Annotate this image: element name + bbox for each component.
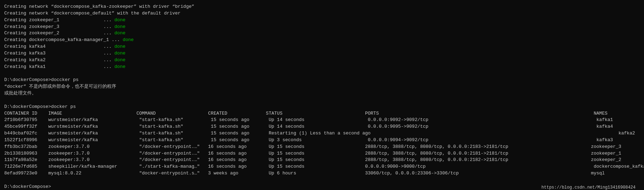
- table-row-km: 71226e7fd685 sheepkiller/kafka-manager "…: [4, 163, 640, 170]
- cmd3-line: D:\dockerCompose>docker ps: [4, 104, 640, 110]
- network-line2: Creating network “dockercompose_default”…: [4, 10, 640, 17]
- kafka1-line: Creating kafka1 ... done: [4, 64, 640, 70]
- zookeeper2-line: Creating zookeeper_2 ... done: [4, 30, 640, 37]
- table-row-kafka1: 2f10b6f30795 wurstmeister/kafka "start-k…: [4, 117, 640, 123]
- error-line1: “docker” 不是内部或外部命令，也不是可运行的程序: [4, 84, 640, 90]
- table-header: CONTAINER ID IMAGE COMMAND CREATED STATU…: [4, 110, 640, 117]
- network-line1: Creating network “dockercompose_kafka-zo…: [4, 4, 640, 10]
- blank1: [4, 70, 640, 77]
- table-row-kafka2: b449cbaf02fc wurstmeister/kafka "start-k…: [4, 130, 640, 137]
- kafka3-line: Creating kafka3 ... done: [4, 50, 640, 57]
- blank2: [4, 97, 640, 104]
- table-row-mysql: 8efad99723e0 mysql:8.0.22 "docker-entryp…: [4, 170, 640, 177]
- kafka2-line: Creating kafka2 ... done: [4, 57, 640, 64]
- kafka4-line: Creating kafka4 ... done: [4, 44, 640, 50]
- url-bar: https://blog.csdn.net/Ming13416908424: [542, 185, 636, 190]
- blank3: [4, 177, 640, 184]
- table-row-zk3: ffb3bc372bab zookeeper:3.7.0 "/docker-en…: [4, 144, 640, 150]
- table-row-zk1: 2b1338180963 zookeeper:3.7.0 "/docker-en…: [4, 150, 640, 157]
- table-row-zk2: 11b7fa98a52e zookeeper:3.7.0 "/docker-en…: [4, 157, 640, 163]
- cmd2-line: D:\dockerCompose>doccker ps: [4, 77, 640, 84]
- zookeeper1-line: Creating zookeeper_1 ... done: [4, 17, 640, 24]
- error-line2: 或批处理文件。: [4, 90, 640, 97]
- zookeeper3-line: Creating zookeeper_3 ... done: [4, 24, 640, 30]
- terminal: Creating network “dockercompose_kafka-zo…: [4, 4, 640, 190]
- table-row-kafka4: 45bce99ff32f wurstmeister/kafka "start-k…: [4, 123, 640, 130]
- table-row-kafka3: 1522f1cf8996 wurstmeister/kafka "start-k…: [4, 137, 640, 144]
- kafka-manager-line: Creating dockercompose_kafka-manager_1 .…: [4, 37, 640, 44]
